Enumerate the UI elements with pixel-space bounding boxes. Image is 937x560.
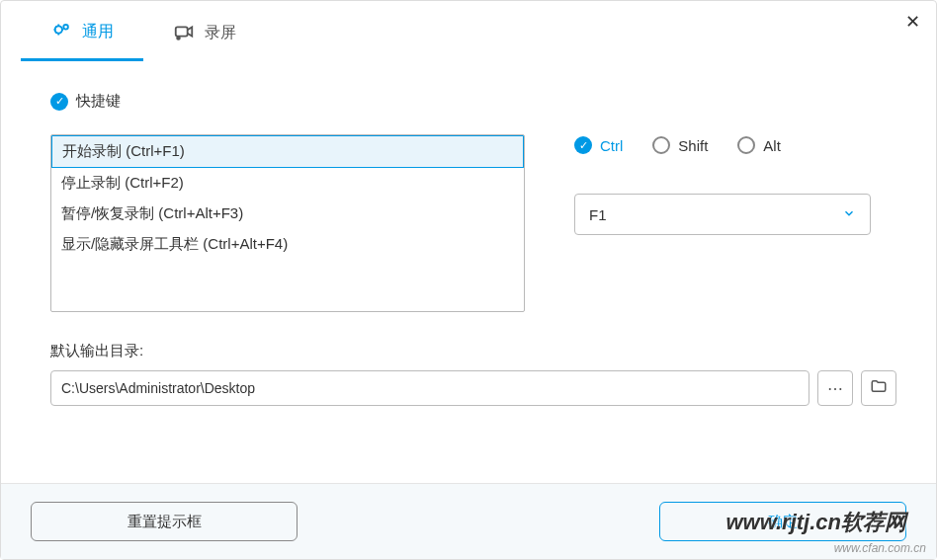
modifier-shift[interactable]: Shift: [652, 136, 708, 154]
key-select-value: F1: [589, 206, 607, 223]
modifier-group: Ctrl Shift Alt: [574, 136, 896, 154]
svg-point-1: [63, 25, 68, 30]
camera-icon: [173, 21, 195, 46]
key-select-dropdown[interactable]: F1: [574, 194, 871, 235]
reset-button[interactable]: 重置提示框: [31, 502, 298, 541]
tabs-bar: 通用 录屏: [1, 1, 936, 62]
tab-general[interactable]: 通用: [21, 1, 143, 61]
modifier-alt-label: Alt: [763, 137, 781, 154]
watermark-main: www.rjtj.cn软荐网: [725, 508, 906, 537]
shortcut-item-toggle-toolbar[interactable]: 显示/隐藏录屏工具栏 (Ctrl+Alt+F4): [51, 229, 524, 260]
modifier-ctrl[interactable]: Ctrl: [574, 136, 623, 154]
radio-icon: [737, 136, 755, 154]
close-button[interactable]: ✕: [905, 11, 920, 33]
output-label: 默认输出目录:: [50, 342, 896, 360]
chevron-down-icon: [842, 206, 856, 223]
shortcut-item-stop[interactable]: 停止录制 (Ctrl+F2): [51, 168, 524, 199]
shortcut-item-pause[interactable]: 暂停/恢复录制 (Ctrl+Alt+F3): [51, 199, 524, 229]
gear-icon: [50, 19, 72, 44]
svg-rect-2: [176, 27, 188, 36]
check-icon: [50, 93, 68, 111]
radio-icon: [652, 136, 670, 154]
svg-point-3: [177, 37, 180, 40]
tab-screen-recording-label: 录屏: [205, 23, 236, 43]
modifier-alt[interactable]: Alt: [737, 136, 781, 154]
tab-screen-recording[interactable]: 录屏: [143, 1, 266, 61]
browse-folder-button[interactable]: [861, 370, 896, 406]
shortcuts-title: 快捷键: [76, 92, 121, 111]
more-button[interactable]: ⋯: [817, 370, 853, 406]
shortcut-item-start[interactable]: 开始录制 (Ctrl+F1): [51, 135, 524, 168]
shortcut-list[interactable]: 开始录制 (Ctrl+F1) 停止录制 (Ctrl+F2) 暂停/恢复录制 (C…: [50, 134, 525, 312]
tab-general-label: 通用: [82, 22, 114, 42]
ellipsis-icon: ⋯: [827, 379, 843, 398]
modifier-shift-label: Shift: [678, 137, 708, 154]
reset-button-label: 重置提示框: [128, 513, 202, 531]
content-area: 快捷键 开始录制 (Ctrl+F1) 停止录制 (Ctrl+F2) 暂停/恢复录…: [1, 62, 936, 483]
folder-icon: [870, 377, 888, 399]
output-path-value: C:\Users\Administrator\Desktop: [61, 380, 255, 396]
modifier-ctrl-label: Ctrl: [600, 137, 623, 154]
watermark-sub: www.cfan.com.cn: [834, 541, 926, 555]
checkbox-icon: [574, 136, 592, 154]
output-path-input[interactable]: C:\Users\Administrator\Desktop: [50, 370, 809, 406]
shortcuts-header: 快捷键: [50, 92, 896, 111]
